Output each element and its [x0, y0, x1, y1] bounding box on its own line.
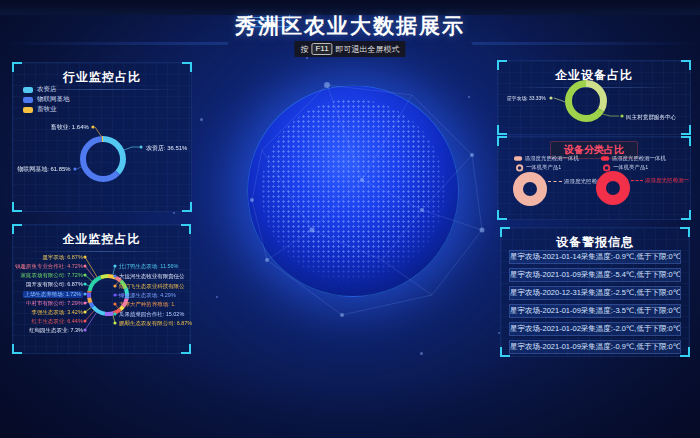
f11-keycap: F11	[311, 43, 332, 55]
legend-item[interactable]: 温湿度光照检测一体机	[601, 154, 666, 162]
enterprise-slice-label: 家庭农场有限公司: 7.72%	[21, 272, 83, 279]
dashboard: 秀洲区农业大数据展示 按 F11 即可退出全屏模式 行业监控占比 农资店 物联网…	[0, 0, 700, 438]
panel-industry-monitor: 行业监控占比 农资店 物联网基地 畜牧业 畜牧业: 1.64% 农资店: 36.…	[12, 62, 192, 212]
slice-label-iot-base: 物联网基地: 61.85%	[18, 165, 71, 174]
corner-bracket	[181, 344, 191, 354]
background-dot	[200, 118, 203, 121]
legend-label: 一体机类产品1	[613, 163, 648, 171]
alarm-row: 星宇农场-2021-01-09采集温度:-3.5℃,低于下限:0℃	[509, 304, 681, 318]
pointer-label: 温湿度光照检测一	[645, 177, 689, 185]
corner-bracket	[12, 202, 22, 212]
device-class-right-donut[interactable]	[596, 171, 630, 205]
enterprise-slice-label: 陆门飞生态农业科技有限公	[119, 283, 185, 290]
legend-item[interactable]: 温湿度光照检测一体机	[514, 154, 579, 162]
slice-label-agri-store: 农资店: 36.51%	[146, 144, 187, 153]
corner-bracket	[680, 347, 690, 357]
slice-label-minzhu: 民主村党群服务中心:	[626, 113, 676, 121]
leader-line	[548, 181, 562, 182]
corner-bracket	[497, 136, 507, 146]
enterprise-slice-label: 北汀鸭生态农场: 11.56%	[119, 263, 178, 270]
alarm-row: 星宇农场-2021-01-09采集温度:-0.9℃,低于下限:0℃	[509, 340, 681, 354]
enterprise-slice-label: 星宇农场: 6.87%	[43, 254, 83, 261]
enterprise-slice-label: 中村市有限公司: 7.29%	[26, 300, 83, 307]
tooltip-suffix: 即可退出全屏模式	[336, 44, 400, 55]
page-title: 秀洲区农业大数据展示	[235, 14, 465, 37]
enterprise-slice-label: 绿思源生态农场: 4.29%	[119, 292, 176, 299]
enterprise-slice-label: 大运河生态牧业有限责任公	[119, 273, 185, 280]
enterprise-slice-label: 丰潭大产种苗养殖场: 1.	[119, 301, 176, 308]
panel-title: 设备警报信息	[501, 228, 689, 251]
corner-bracket	[12, 344, 22, 354]
legend-label: 温湿度光照检测一体机	[525, 154, 579, 162]
leader-line	[631, 180, 643, 181]
industry-donut-chart[interactable]	[13, 63, 191, 211]
alarm-row: 星宇农场-2021-01-09采集温度:-5.4℃,低于下限:0℃	[509, 268, 681, 282]
legend-label: 温湿度光照检测一体机	[612, 154, 666, 162]
legend-swatch	[601, 156, 609, 161]
enterprise-slice-label: 李强生态农场: 3.42%	[32, 309, 83, 316]
panel-device-classification: 设备分类占比 温湿度光照检测一体机 一体机类产品1 温湿度光照检测一 温湿度光照…	[497, 136, 691, 220]
enterprise-slice-label: 鹏顺生态农发有限公司: 6.87%	[119, 320, 192, 327]
fullscreen-tooltip: 按 F11 即可退出全屏模式	[294, 41, 405, 57]
enterprise-slice-label: 上华生态养殖场: 1.72%	[23, 291, 83, 298]
corner-bracket	[500, 347, 510, 357]
enterprise-slice-label: 红丰生态农业: 6.44%	[32, 318, 83, 325]
slice-label-livestock: 畜牧业: 1.64%	[51, 123, 89, 132]
corner-bracket	[680, 227, 690, 237]
panel-equipment-ratio: 企业设备占比 星宇农场: 33.33% 民主村党群服务中心:	[497, 60, 691, 135]
background-dot	[468, 96, 470, 98]
panel-enterprise-monitor: 企业监控占比 星宇农场: 6.87%钱趣露鱼专业合作社: 4.72%家庭农场有限…	[12, 224, 191, 354]
corner-bracket	[681, 210, 691, 220]
alarm-row: 星宇农场-2021-01-14采集温度:-0.9℃,低于下限:0℃	[509, 250, 681, 264]
enterprise-slice-label: 瓜果蔬菜园合作社: 15.02%	[119, 311, 184, 318]
corner-bracket	[12, 62, 22, 72]
corner-bracket	[182, 202, 192, 212]
corner-bracket	[681, 136, 691, 146]
background-dot	[216, 296, 218, 298]
slice-label-xingyu: 星宇农场: 33.33%	[507, 96, 546, 103]
corner-bracket	[182, 62, 192, 72]
legend-item[interactable]: 一体机类产品1	[516, 163, 561, 171]
corner-bracket	[500, 227, 510, 237]
corner-bracket	[681, 125, 691, 135]
alarm-row: 星宇农场-2020-12-31采集温度:-2.5℃,低于下限:0℃	[509, 286, 681, 300]
corner-bracket	[12, 224, 22, 234]
corner-bracket	[497, 125, 507, 135]
legend-label: 一体机类产品1	[526, 163, 561, 171]
tooltip-prefix: 按	[300, 44, 308, 55]
corner-bracket	[181, 224, 191, 234]
enterprise-slice-label: 国开发有限公司: 6.87%	[26, 281, 83, 288]
alarm-row: 星宇农场-2021-01-02采集温度:-2.0℃,低于下限:0℃	[509, 322, 681, 336]
background-dot	[173, 212, 175, 214]
legend-swatch	[514, 156, 522, 161]
header-decor-right	[471, 42, 700, 45]
corner-bracket	[497, 210, 507, 220]
legend-ring-swatch	[516, 164, 523, 171]
corner-bracket	[497, 60, 507, 70]
background-dot	[306, 57, 308, 59]
device-class-left-donut[interactable]	[513, 172, 547, 206]
panel-device-alarms: 设备警报信息 星宇农场-2021-01-14采集温度:-0.9℃,低于下限:0℃…	[500, 227, 690, 357]
globe-network-lines	[232, 60, 492, 325]
enterprise-slice-label: 红甸园生态农业: 7.3%	[29, 327, 83, 334]
corner-bracket	[681, 60, 691, 70]
background-dot	[420, 352, 423, 355]
legend-ring-swatch	[603, 164, 610, 171]
header-decor-left	[0, 42, 229, 45]
header: 秀洲区农业大数据展示	[0, 12, 700, 40]
enterprise-slice-label: 钱趣露鱼专业合作社: 4.72%	[15, 263, 83, 270]
